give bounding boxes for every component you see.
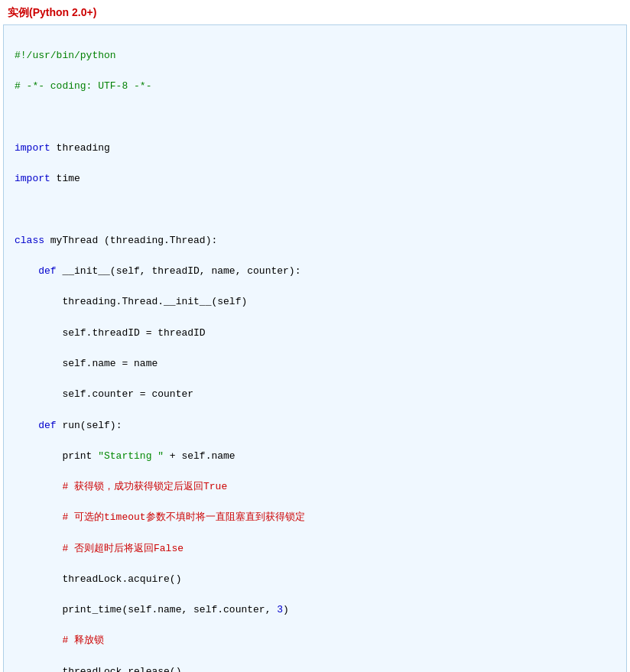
- code-line: import threading: [15, 141, 615, 156]
- code-line: print_time(self.name, self.counter, 3): [15, 602, 615, 618]
- code-line: threading.Thread.__init__(self): [15, 294, 615, 310]
- code-line: self.name = name: [15, 356, 615, 372]
- code-line: [15, 110, 615, 125]
- code-line: def run(self):: [15, 418, 615, 433]
- page-title: 实例(Python 2.0+): [0, 0, 630, 24]
- code-line: threadLock.release(): [15, 664, 615, 672]
- code-line: # 获得锁，成功获得锁定后返回True: [15, 479, 615, 495]
- code-line: self.threadID = threadID: [15, 326, 615, 341]
- code-line: # 释放锁: [15, 633, 615, 648]
- code-line: #!/usr/bin/python: [15, 48, 615, 63]
- code-line: self.counter = counter: [15, 387, 615, 402]
- code-line: import time: [15, 171, 615, 187]
- code-line: def __init__(self, threadID, name, count…: [15, 264, 615, 279]
- code-line: # -*- coding: UTF-8 -*-: [15, 79, 615, 94]
- code-line: threadLock.acquire(): [15, 572, 615, 587]
- code-line: print "Starting " + self.name: [15, 449, 615, 464]
- code-line: # 可选的timeout参数不填时将一直阻塞直到获得锁定: [15, 510, 615, 525]
- code-line: class myThread (threading.Thread):: [15, 233, 615, 248]
- code-line: # 否则超时后将返回False: [15, 541, 615, 557]
- code-line: [15, 203, 615, 218]
- code-container: #!/usr/bin/python # -*- coding: UTF-8 -*…: [3, 24, 627, 672]
